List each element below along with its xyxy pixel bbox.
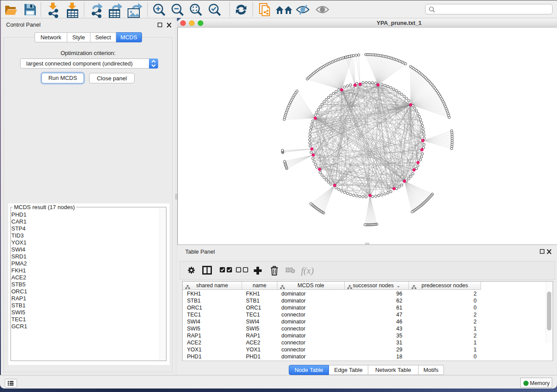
svg-text:f(x): f(x) [301,265,314,276]
